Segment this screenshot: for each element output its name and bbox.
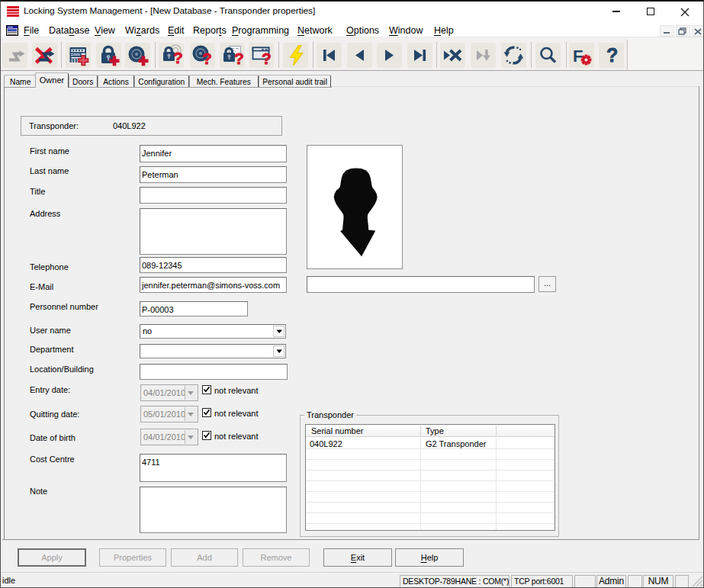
svg-text:?: ? — [234, 50, 244, 67]
svg-text:?: ? — [173, 49, 183, 66]
svg-text:?: ? — [262, 50, 272, 67]
svg-text:F: F — [573, 47, 583, 66]
svg-text:?: ? — [606, 44, 618, 66]
svg-text:?: ? — [202, 50, 212, 67]
